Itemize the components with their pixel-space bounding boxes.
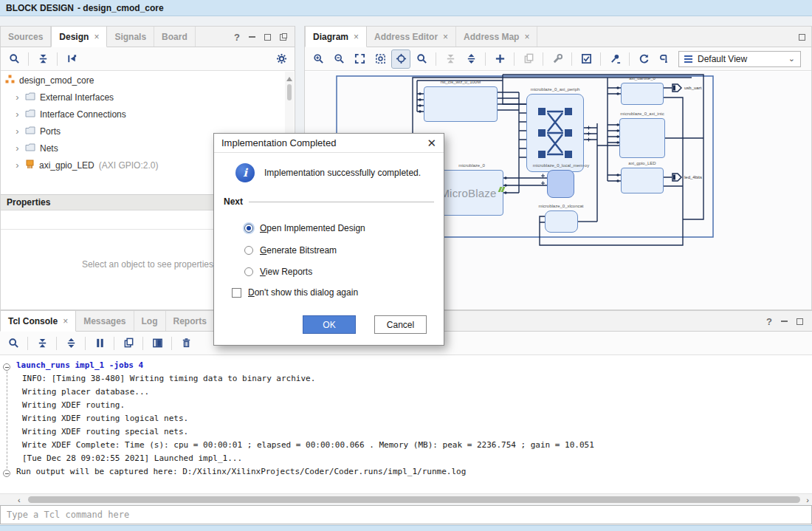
tab-diagram[interactable]: Diagram× — [305, 27, 367, 47]
tree-root-design[interactable]: design_cmod_core — [1, 72, 295, 89]
chevron-right-icon[interactable]: › — [14, 126, 21, 137]
tab-design[interactable]: Design × — [51, 27, 107, 47]
collapse-all-icon[interactable] — [33, 335, 51, 352]
minimize-icon[interactable] — [781, 321, 788, 322]
block-axi-intc[interactable] — [619, 118, 665, 158]
zoom-to-selection-icon[interactable] — [371, 50, 389, 68]
block-rst-clk-wiz[interactable] — [424, 86, 498, 122]
radio-generate-bitstream[interactable]: Generate Bitstream — [244, 245, 337, 256]
expand-hierarchy-icon[interactable] — [462, 50, 480, 68]
diagram-toolbar: Default View ⌄ — [305, 47, 811, 71]
float-icon[interactable] — [280, 33, 287, 41]
block-local-memory[interactable] — [547, 170, 574, 198]
radio-open-implemented-design[interactable]: Open Implemented Design — [244, 223, 365, 233]
close-tab-icon[interactable]: × — [94, 32, 99, 42]
close-tab-icon[interactable]: × — [354, 32, 359, 42]
zoom-out-icon[interactable] — [330, 50, 348, 68]
diagram-panel-controls — [799, 27, 805, 47]
collapse-all-icon[interactable] — [34, 50, 52, 68]
tree-item-interface-connections[interactable]: › Interface Connections — [1, 106, 295, 123]
block-xlconcat[interactable] — [545, 210, 578, 233]
tcl-command-input[interactable] — [1, 506, 811, 524]
block-microblaze[interactable]: MicroBlaze — [441, 170, 503, 216]
ok-button[interactable]: OK — [303, 315, 356, 334]
help-icon[interactable]: ? — [766, 316, 772, 327]
chevron-right-icon[interactable]: › — [14, 109, 21, 120]
scrollbar-thumb[interactable] — [287, 84, 292, 100]
tab-log[interactable]: Log — [134, 311, 166, 331]
tab-reports[interactable]: Reports — [166, 311, 215, 331]
locate-selected-icon[interactable] — [63, 50, 80, 68]
block-label: microblaze_0_xlconcat — [538, 204, 583, 208]
view-selector-dropdown[interactable]: Default View ⌄ — [678, 51, 801, 67]
tree-item-external-interfaces[interactable]: › External Interfaces — [1, 89, 295, 106]
scroll-left-icon[interactable]: ‹ — [18, 496, 21, 504]
tab-messages[interactable]: Messages — [76, 311, 134, 331]
search-icon[interactable] — [5, 50, 23, 68]
customize-wrench-icon[interactable] — [548, 50, 566, 68]
scroll-up-icon[interactable] — [286, 74, 292, 81]
close-icon[interactable]: ✕ — [427, 137, 436, 150]
tab-tcl-console[interactable]: Tcl Console× — [0, 311, 76, 332]
microblaze-logo-text: MicroBlaze — [440, 187, 496, 199]
console-hscrollbar[interactable]: ‹ › — [0, 493, 812, 504]
fit-selection-icon[interactable] — [392, 50, 410, 68]
search-icon[interactable] — [4, 335, 22, 352]
regenerate-layout-icon[interactable] — [656, 50, 673, 68]
pause-output-icon[interactable] — [91, 335, 109, 352]
tab-sources[interactable]: Sources — [1, 27, 51, 47]
tab-address-map[interactable]: Address Map× — [456, 27, 537, 47]
scrollbar-thumb[interactable] — [28, 496, 800, 503]
folder-icon — [25, 109, 35, 120]
maximize-icon[interactable] — [796, 318, 803, 325]
block-axi-periph[interactable] — [526, 94, 584, 172]
zoom-fit-icon[interactable] — [351, 50, 368, 68]
search-icon[interactable] — [413, 50, 430, 68]
copy-icon[interactable] — [120, 335, 137, 352]
chevron-right-icon[interactable]: › — [14, 92, 21, 103]
radio-view-reports[interactable]: View Reports — [244, 267, 312, 277]
zoom-in-icon[interactable] — [309, 50, 327, 68]
chevron-right-icon[interactable]: › — [14, 160, 21, 171]
dialog-message-row: i Implementation successfully completed. — [235, 163, 421, 182]
pin-icon[interactable] — [606, 50, 624, 68]
info-icon: i — [235, 163, 255, 182]
block-axi-gpio[interactable] — [621, 168, 664, 193]
tab-signals[interactable]: Signals — [107, 27, 154, 47]
collapse-marker-icon[interactable] — [3, 363, 10, 371]
maximize-icon[interactable] — [799, 34, 805, 41]
tab-board[interactable]: Board — [154, 27, 196, 47]
close-tab-icon[interactable]: × — [443, 32, 448, 42]
block-label: rst_clk_wiz_0_100M — [441, 80, 481, 84]
validate-design-icon[interactable] — [577, 50, 595, 68]
radio-icon[interactable] — [244, 267, 253, 276]
dialog-title-bar[interactable]: Implementation Completed ✕ — [214, 134, 444, 153]
dialog-message: Implementation successfully completed. — [264, 168, 421, 178]
block-design-icon — [5, 75, 15, 86]
checkbox-dont-show-again[interactable]: Don't show this dialog again — [232, 287, 358, 298]
expand-all-icon[interactable] — [62, 335, 80, 352]
settings-gear-icon[interactable] — [272, 50, 290, 68]
add-ip-icon[interactable] — [491, 50, 509, 68]
checkbox-icon[interactable] — [232, 288, 241, 298]
block-uartlite[interactable] — [621, 83, 664, 105]
block-label: microblaze_0 — [458, 163, 485, 168]
tab-address-editor[interactable]: Address Editor× — [367, 27, 456, 47]
close-tab-icon[interactable]: × — [63, 316, 68, 326]
delete-trash-icon[interactable] — [177, 335, 195, 352]
scroll-right-icon[interactable]: › — [806, 496, 809, 504]
radio-selected-icon[interactable] — [244, 224, 253, 233]
collapse-marker-icon[interactable] — [3, 470, 10, 477]
tcl-console-output[interactable]: launch_runs impl_1 -jobs 4 INFO: [Timing… — [0, 356, 812, 493]
minimize-icon[interactable] — [249, 36, 255, 38]
help-icon[interactable]: ? — [234, 32, 240, 43]
console-line: Writing XDEF routing special nets. — [16, 427, 812, 440]
chevron-right-icon[interactable]: › — [14, 143, 21, 154]
refresh-icon[interactable] — [635, 50, 653, 68]
maximize-icon[interactable] — [264, 34, 271, 41]
console-line: INFO: [Timing 38-480] Writing timing dat… — [16, 374, 812, 387]
cancel-button[interactable]: Cancel — [374, 315, 427, 334]
radio-icon[interactable] — [244, 246, 253, 255]
close-tab-icon[interactable]: × — [524, 32, 529, 42]
columns-icon[interactable] — [148, 335, 166, 352]
